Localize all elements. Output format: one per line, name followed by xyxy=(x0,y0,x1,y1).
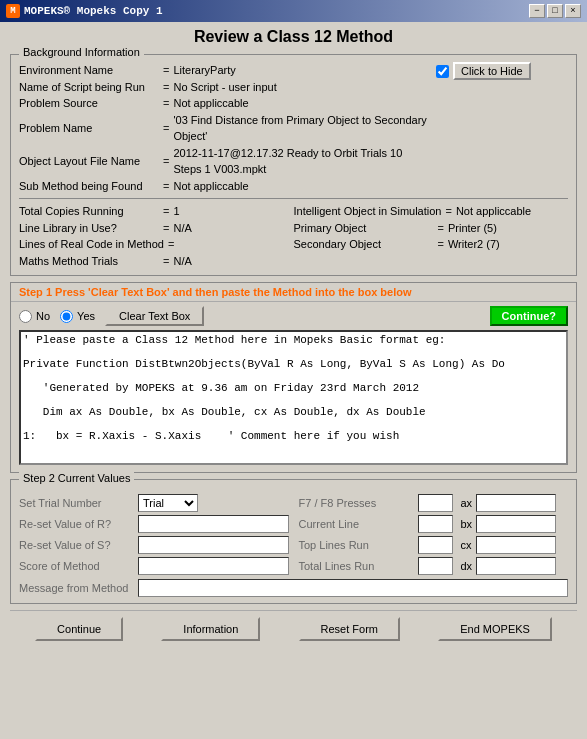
current-line-input[interactable] xyxy=(418,515,453,533)
reset-r-row: Re-set Value of R? xyxy=(19,515,289,533)
message-row: Message from Method xyxy=(19,579,568,597)
total-lines-label: Total Lines Run xyxy=(299,560,414,572)
problem-source-row: Problem Source = Not appliccable xyxy=(19,95,428,112)
message-label: Message from Method xyxy=(19,582,134,594)
score-input[interactable] xyxy=(138,557,289,575)
code-textarea[interactable] xyxy=(19,330,568,465)
hide-checkbox[interactable] xyxy=(436,65,449,78)
env-name-row: Environment Name = LiteraryParty xyxy=(19,62,428,79)
maximize-button[interactable]: □ xyxy=(547,4,563,18)
bottom-buttons: Continue Information Reset Form End MOPE… xyxy=(10,610,577,647)
title-bar: M MOPEKS® Mopeks Copy 1 − □ × xyxy=(0,0,587,22)
no-label: No xyxy=(36,310,50,322)
information-button[interactable]: Information xyxy=(161,617,260,641)
yes-radio[interactable] xyxy=(60,310,73,323)
background-info-group: Background Information Environment Name … xyxy=(10,54,577,276)
reset-r-label: Re-set Value of R? xyxy=(19,518,134,530)
script-name-value: No Script - user input xyxy=(173,79,276,96)
script-name-row: Name of Script being Run = No Script - u… xyxy=(19,79,428,96)
problem-source-value: Not appliccable xyxy=(173,95,248,112)
object-layout-label: Object Layout File Name xyxy=(19,153,159,170)
dx-label: dx xyxy=(461,560,473,572)
reset-form-button[interactable]: Reset Form xyxy=(299,617,400,641)
main-window: Review a Class 12 Method Background Info… xyxy=(0,22,587,739)
secondary-obj-value: Writer2 (7) xyxy=(448,236,500,253)
total-lines-row: Total Lines Run dx xyxy=(299,557,569,575)
set-trial-row: Set Trial Number Trial xyxy=(19,494,289,512)
top-lines-label: Top Lines Run xyxy=(299,539,414,551)
close-button[interactable]: × xyxy=(565,4,581,18)
cx-label: cx xyxy=(461,539,472,551)
problem-name-value: '03 Find Distance from Primary Object to… xyxy=(173,112,428,145)
maths-trials-value: N/A xyxy=(173,253,191,270)
top-lines-row: Top Lines Run cx xyxy=(299,536,569,554)
cx-input[interactable] xyxy=(476,536,556,554)
line-library-label: Line Library in Use? xyxy=(19,220,159,237)
primary-obj-row: Primary Object = Printer (5) xyxy=(294,220,569,237)
reset-s-label: Re-set Value of S? xyxy=(19,539,134,551)
secondary-obj-label: Secondary Object xyxy=(294,236,434,253)
score-row: Score of Method xyxy=(19,557,289,575)
f7f8-label: F7 / F8 Presses xyxy=(299,497,414,509)
step1-section: Step 1 Press 'Clear Text Box' and then p… xyxy=(10,282,577,473)
minimize-button[interactable]: − xyxy=(529,4,545,18)
current-line-row: Current Line bx xyxy=(299,515,569,533)
object-layout-row: Object Layout File Name = 2012-11-17@12.… xyxy=(19,145,428,178)
clear-text-box-button[interactable]: Clear Text Box xyxy=(105,306,204,326)
end-mopeks-button[interactable]: End MOPEKS xyxy=(438,617,552,641)
yes-radio-group[interactable]: Yes xyxy=(60,310,95,323)
ax-input[interactable] xyxy=(476,494,556,512)
step2-title: Step 2 Current Values xyxy=(19,472,134,484)
window-controls: − □ × xyxy=(529,4,581,18)
ax-label: ax xyxy=(461,497,473,509)
total-copies-label: Total Copies Running xyxy=(19,203,159,220)
sub-method-value: Not appliccable xyxy=(173,178,248,195)
message-input[interactable] xyxy=(138,579,568,597)
problem-name-label: Problem Name xyxy=(19,120,159,137)
sub-method-label: Sub Method being Found xyxy=(19,178,159,195)
current-line-label: Current Line xyxy=(299,518,414,530)
app-icon: M xyxy=(6,4,20,18)
no-radio[interactable] xyxy=(19,310,32,323)
dx-input[interactable] xyxy=(476,557,556,575)
yes-label: Yes xyxy=(77,310,95,322)
primary-obj-label: Primary Object xyxy=(294,220,434,237)
continue-button[interactable]: Continue? xyxy=(490,306,568,326)
step1-header: Step 1 Press 'Clear Text Box' and then p… xyxy=(11,283,576,302)
lines-real-code-row: Lines of Real Code in Method = xyxy=(19,236,294,253)
click-to-hide-control[interactable]: Click to Hide xyxy=(436,62,531,80)
trial-select[interactable]: Trial xyxy=(138,494,198,512)
reset-r-input[interactable] xyxy=(138,515,289,533)
line-library-value: N/A xyxy=(173,220,191,237)
primary-obj-value: Printer (5) xyxy=(448,220,497,237)
intelligent-obj-value: Not appliccable xyxy=(456,203,531,220)
reset-s-row: Re-set Value of S? xyxy=(19,536,289,554)
f7f8-input[interactable] xyxy=(418,494,453,512)
script-name-label: Name of Script being Run xyxy=(19,79,159,96)
maths-trials-label: Maths Method Trials xyxy=(19,253,159,270)
sub-method-row: Sub Method being Found = Not appliccable xyxy=(19,178,428,195)
top-lines-input[interactable] xyxy=(418,536,453,554)
click-to-hide-button[interactable]: Click to Hide xyxy=(453,62,531,80)
score-label: Score of Method xyxy=(19,560,134,572)
reset-s-input[interactable] xyxy=(138,536,289,554)
line-library-row: Line Library in Use? = N/A xyxy=(19,220,294,237)
object-layout-value: 2012-11-17@12.17.32 Ready to Orbit Trial… xyxy=(173,145,428,178)
no-radio-group[interactable]: No xyxy=(19,310,50,323)
bx-input[interactable] xyxy=(476,515,556,533)
background-info-label: Background Information xyxy=(19,46,144,58)
env-name-value: LiteraryParty xyxy=(173,62,235,79)
page-title: Review a Class 12 Method xyxy=(10,28,577,46)
bx-label: bx xyxy=(461,518,473,530)
problem-source-label: Problem Source xyxy=(19,95,159,112)
total-lines-input[interactable] xyxy=(418,557,453,575)
window-title: MOPEKS® Mopeks Copy 1 xyxy=(24,5,163,17)
maths-trials-row: Maths Method Trials = N/A xyxy=(19,253,294,270)
f7f8-row: F7 / F8 Presses ax xyxy=(299,494,569,512)
secondary-obj-row: Secondary Object = Writer2 (7) xyxy=(294,236,569,253)
problem-name-row: Problem Name = '03 Find Distance from Pr… xyxy=(19,112,428,145)
intelligent-obj-label: Intelligent Object in Simulation xyxy=(294,203,442,220)
continue-bottom-button[interactable]: Continue xyxy=(35,617,123,641)
step2-section: Step 2 Current Values Set Trial Number T… xyxy=(10,479,577,604)
lines-real-code-label: Lines of Real Code in Method xyxy=(19,236,164,253)
